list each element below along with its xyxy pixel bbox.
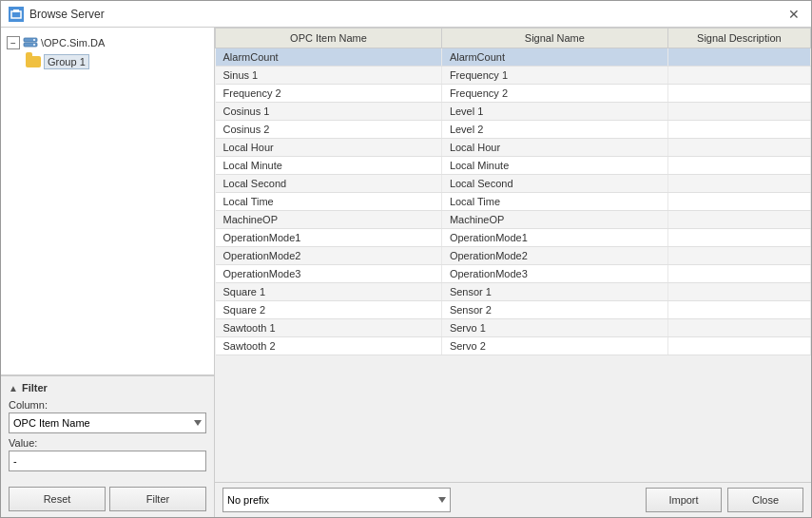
- table-row[interactable]: OperationMode1OperationMode1: [216, 229, 811, 247]
- server-label: \OPC.Sim.DA: [41, 37, 105, 48]
- cell-opc: Sinus 1: [216, 67, 442, 85]
- table-header-row: OPC Item Name Signal Name Signal Descrip…: [216, 29, 811, 48]
- svg-rect-1: [13, 10, 19, 12]
- cell-desc: [667, 193, 810, 211]
- right-buttons: Import Close: [646, 488, 803, 512]
- title-bar: Browse Server ✕: [1, 1, 811, 28]
- table-row[interactable]: Cosinus 1Level 1: [216, 103, 811, 121]
- table-row[interactable]: OperationMode2OperationMode2: [216, 247, 811, 265]
- table-row[interactable]: Local MinuteLocal Minute: [216, 157, 811, 175]
- folder-icon: [26, 56, 41, 67]
- cell-opc: Cosinus 2: [216, 121, 442, 139]
- cell-opc: Sawtooth 1: [216, 319, 442, 337]
- cell-desc: [667, 67, 810, 85]
- cell-desc: [667, 103, 810, 121]
- header-opc: OPC Item Name: [216, 29, 442, 48]
- cell-opc: OperationMode3: [216, 265, 442, 283]
- cell-desc: [667, 211, 810, 229]
- svg-point-4: [33, 39, 35, 41]
- cell-desc: [667, 247, 810, 265]
- table-row[interactable]: AlarmCountAlarmCount: [216, 48, 811, 67]
- filter-value-label: Value:: [9, 437, 206, 449]
- cell-signal: AlarmCount: [441, 48, 667, 67]
- data-table: OPC Item Name Signal Name Signal Descrip…: [215, 28, 811, 355]
- filter-arrow-icon: ▲: [9, 383, 18, 393]
- cell-signal: Local Time: [441, 193, 667, 211]
- left-panel: − \OPC.Sim.DA: [1, 28, 215, 517]
- table-row[interactable]: Cosinus 2Level 2: [216, 121, 811, 139]
- filter-button[interactable]: Filter: [109, 487, 206, 511]
- cell-desc: [667, 175, 810, 193]
- cell-desc: [667, 301, 810, 319]
- table-row[interactable]: Square 1Sensor 1: [216, 283, 811, 301]
- cell-opc: Frequency 2: [216, 85, 442, 103]
- cell-signal: Frequency 1: [441, 67, 667, 85]
- cell-signal: Sensor 1: [441, 283, 667, 301]
- cell-opc: Square 1: [216, 283, 442, 301]
- table-container: OPC Item Name Signal Name Signal Descrip…: [215, 28, 811, 482]
- cell-opc: MachineOP: [216, 211, 442, 229]
- bottom-bar: No prefixCustom prefix Import Close: [215, 482, 811, 517]
- left-buttons: Reset Filter: [1, 481, 214, 517]
- window-close-button[interactable]: ✕: [784, 5, 803, 24]
- table-header: OPC Item Name Signal Name Signal Descrip…: [216, 29, 811, 48]
- tree-area: − \OPC.Sim.DA: [1, 28, 214, 375]
- server-icon: [23, 35, 38, 50]
- filter-column-row: Column: OPC Item NameSignal NameSignal D…: [9, 399, 206, 433]
- tree-item-root[interactable]: − \OPC.Sim.DA: [5, 33, 210, 52]
- table-row[interactable]: Sawtooth 1Servo 1: [216, 319, 811, 337]
- prefix-select[interactable]: No prefixCustom prefix: [222, 488, 451, 512]
- cell-signal: Level 1: [441, 103, 667, 121]
- cell-signal: Servo 1: [441, 319, 667, 337]
- cell-signal: OperationMode3: [441, 265, 667, 283]
- cell-desc: [667, 229, 810, 247]
- tree-item-group[interactable]: Group 1: [24, 52, 210, 71]
- cell-opc: AlarmCount: [216, 48, 442, 67]
- table-row[interactable]: Local TimeLocal Time: [216, 193, 811, 211]
- table-row[interactable]: Sinus 1Frequency 1: [216, 67, 811, 85]
- table-row[interactable]: Square 2Sensor 2: [216, 301, 811, 319]
- title-bar-left: Browse Server: [9, 7, 105, 22]
- cell-desc: [667, 283, 810, 301]
- cell-opc: Square 2: [216, 301, 442, 319]
- window-icon: [9, 7, 24, 22]
- filter-value-input[interactable]: [9, 451, 206, 471]
- import-button[interactable]: Import: [646, 488, 722, 512]
- cell-signal: Local Minute: [441, 157, 667, 175]
- cell-desc: [667, 157, 810, 175]
- table-row[interactable]: Sawtooth 2Servo 2: [216, 337, 811, 355]
- cell-opc: Local Time: [216, 193, 442, 211]
- cell-desc: [667, 85, 810, 103]
- tree-root: − \OPC.Sim.DA: [5, 33, 210, 71]
- table-row[interactable]: OperationMode3OperationMode3: [216, 265, 811, 283]
- table-scroll[interactable]: OPC Item Name Signal Name Signal Descrip…: [215, 28, 811, 482]
- close-button[interactable]: Close: [727, 488, 803, 512]
- cell-opc: Cosinus 1: [216, 103, 442, 121]
- svg-rect-0: [11, 11, 21, 18]
- main-content: − \OPC.Sim.DA: [1, 28, 811, 517]
- right-panel: OPC Item Name Signal Name Signal Descrip…: [215, 28, 811, 517]
- cell-desc: [667, 265, 810, 283]
- filter-column-select[interactable]: OPC Item NameSignal NameSignal Descripti…: [9, 412, 206, 433]
- table-body: AlarmCountAlarmCountSinus 1Frequency 1Fr…: [216, 48, 811, 355]
- filter-value-row: Value:: [9, 437, 206, 471]
- window-title: Browse Server: [29, 8, 105, 21]
- filter-title: Filter: [22, 382, 48, 393]
- header-desc: Signal Description: [667, 29, 810, 48]
- table-row[interactable]: Frequency 2Frequency 2: [216, 85, 811, 103]
- tree-expand-root[interactable]: −: [7, 36, 20, 49]
- group-label: Group 1: [44, 54, 89, 69]
- cell-opc: OperationMode2: [216, 247, 442, 265]
- cell-signal: MachineOP: [441, 211, 667, 229]
- filter-header[interactable]: ▲ Filter: [9, 382, 206, 393]
- cell-desc: [667, 139, 810, 157]
- table-row[interactable]: MachineOPMachineOP: [216, 211, 811, 229]
- cell-opc: Local Minute: [216, 157, 442, 175]
- cell-signal: Frequency 2: [441, 85, 667, 103]
- table-row[interactable]: Local SecondLocal Second: [216, 175, 811, 193]
- browse-server-window: Browse Server ✕ −: [0, 0, 812, 518]
- table-row[interactable]: Local HourLocal Hour: [216, 139, 811, 157]
- reset-button[interactable]: Reset: [9, 487, 106, 511]
- cell-desc: [667, 337, 810, 355]
- cell-signal: Sensor 2: [441, 301, 667, 319]
